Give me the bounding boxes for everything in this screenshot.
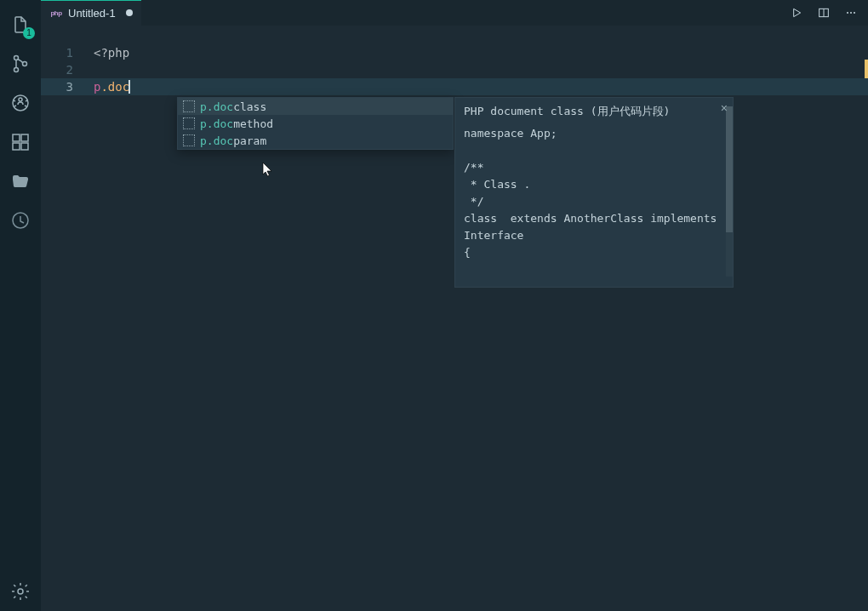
extensions-icon[interactable]	[0, 123, 41, 162]
activity-bar: 1	[0, 0, 41, 611]
app: 1 php Untitled-1	[0, 0, 868, 611]
editor-actions	[788, 0, 868, 26]
svg-point-13	[847, 12, 848, 14]
svg-point-15	[854, 12, 855, 14]
svg-rect-7	[13, 143, 20, 150]
line-number: 3	[41, 78, 94, 95]
tab-bar: php Untitled-1	[41, 0, 868, 26]
overview-mark	[865, 60, 868, 78]
svg-point-10	[18, 589, 23, 594]
svg-point-2	[23, 62, 27, 66]
suggest-item[interactable]: p.docparam	[178, 132, 453, 149]
source-control-icon[interactable]	[0, 44, 41, 83]
code-line: 2	[41, 61, 868, 78]
line-number: 2	[41, 61, 94, 78]
php-file-icon: php	[49, 8, 63, 18]
svg-point-14	[850, 12, 852, 14]
folder-open-icon[interactable]	[0, 162, 41, 201]
settings-gear-icon[interactable]	[0, 572, 41, 611]
dirty-indicator-icon	[126, 9, 133, 16]
explorer-icon[interactable]: 1	[0, 5, 41, 44]
doc-body: namespace App; /** * Class . */ class ex…	[464, 125, 724, 261]
run-icon[interactable]	[788, 4, 805, 21]
snippet-kind-icon	[183, 100, 195, 112]
split-editor-icon[interactable]	[815, 4, 832, 21]
code-token: <?php	[94, 44, 129, 61]
svg-rect-5	[13, 134, 20, 141]
doc-title: PHP document class (用户代码片段)	[464, 103, 724, 120]
mouse-cursor-icon	[262, 162, 274, 179]
suggest-widget[interactable]: p.docclass p.docmethod p.docparam	[177, 97, 454, 150]
more-actions-icon[interactable]	[842, 4, 859, 21]
editor-group: php Untitled-1 1 <?php	[41, 0, 868, 611]
tab-label: Untitled-1	[68, 7, 116, 20]
svg-rect-8	[21, 143, 28, 150]
circle-arrow-icon[interactable]	[0, 201, 41, 240]
explorer-badge: 1	[23, 27, 35, 39]
debug-icon[interactable]	[0, 83, 41, 123]
line-number: 1	[41, 44, 94, 61]
svg-rect-6	[21, 134, 28, 141]
code-content: p.doc	[94, 78, 130, 95]
code-editor[interactable]: 1 <?php 2 3 p.doc p.docclass	[41, 26, 868, 611]
text-cursor	[128, 80, 130, 94]
overview-ruler	[861, 26, 868, 611]
doc-scrollbar[interactable]	[726, 106, 733, 277]
suggest-item[interactable]: p.docmethod	[178, 115, 453, 132]
snippet-kind-icon	[183, 117, 195, 129]
suggest-docs: × PHP document class (用户代码片段) namespace …	[454, 97, 734, 288]
code-line: 1 <?php	[41, 44, 868, 61]
tab-untitled[interactable]: php Untitled-1	[41, 0, 141, 26]
svg-point-4	[19, 98, 22, 101]
svg-point-1	[14, 68, 19, 72]
code-line-current: 3 p.doc	[41, 78, 868, 95]
snippet-kind-icon	[183, 134, 195, 146]
editor-lines: 1 <?php 2 3 p.doc	[41, 44, 868, 95]
suggest-item[interactable]: p.docclass	[178, 98, 453, 115]
